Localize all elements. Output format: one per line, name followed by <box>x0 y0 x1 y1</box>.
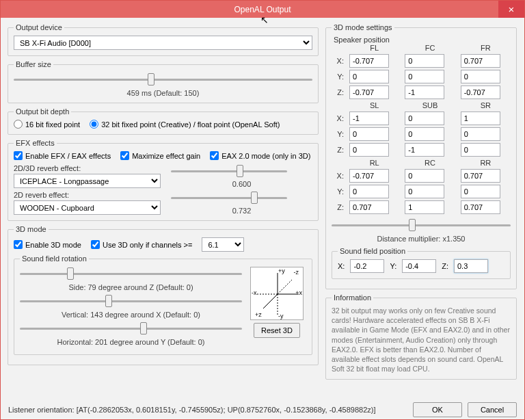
fr-z[interactable] <box>461 86 500 99</box>
svg-line-5 <box>278 280 292 294</box>
buffer-size-label: Buffer size <box>14 60 53 68</box>
buffer-size-group: Buffer size 459 ms (Default: 150) <box>8 60 319 103</box>
sr-y[interactable] <box>461 127 500 141</box>
sub-x[interactable] <box>405 111 444 125</box>
bit-16-radio[interactable]: 16 bit fixed point <box>14 120 80 129</box>
side-caption: Side: 79 degree around Z (Default: 0) <box>20 283 242 291</box>
rr-y[interactable] <box>461 185 500 198</box>
sub-y[interactable] <box>405 127 444 141</box>
speaker-position-label: Speaker position <box>332 36 392 44</box>
buffer-size-slider[interactable] <box>14 73 312 86</box>
rl-y[interactable] <box>349 185 389 198</box>
enable-efx-checkbox[interactable]: Enable EFX / EAX effects <box>14 151 111 160</box>
sound-field-rotation-group: Sound field rotation Side: 79 degree aro… <box>14 254 312 355</box>
bit-depth-label: Output bit depth <box>14 107 71 116</box>
fr-y[interactable] <box>461 70 500 83</box>
listener-orientation-text: Listener orientation: [AT(-0.2862053x, 0… <box>8 406 376 414</box>
rc-x[interactable] <box>405 169 444 183</box>
rr-x[interactable] <box>461 169 500 183</box>
fl-z[interactable] <box>349 86 389 99</box>
rc-y[interactable] <box>405 185 444 198</box>
maximize-gain-checkbox[interactable]: Maximize effect gain <box>120 151 200 160</box>
information-group: Information 32 bit output may works only… <box>325 293 517 380</box>
reverb-2d3d-amount: 0.600 <box>171 180 312 188</box>
eax2-checkbox[interactable]: EAX 2.0 mode (only in 3D) <box>210 151 310 160</box>
fl-y[interactable] <box>349 70 389 83</box>
output-device-label: Output device <box>14 23 64 31</box>
sub-z[interactable] <box>405 143 444 157</box>
speaker-position-group: Speaker position FLFCFR X: Y: Z: SLSUBSR… <box>332 36 511 243</box>
field-y[interactable] <box>402 259 436 273</box>
speaker-grid: FLFCFR X: Y: Z: SLSUBSR X: Y: Z: RLRCRR … <box>332 44 511 214</box>
use-3d-if-checkbox[interactable]: Use 3D only if channels >= <box>91 240 192 249</box>
window-title: OpenAL Output <box>234 5 291 14</box>
reverb-2d-amount: 0.732 <box>171 207 312 215</box>
buffer-size-caption: 459 ms (Default: 150) <box>14 89 312 97</box>
3d-settings-group: 3D mode settings Speaker position FLFCFR… <box>325 23 517 289</box>
distance-caption: Distance multiplier: x1.350 <box>332 235 511 243</box>
cancel-button[interactable]: Cancel <box>468 402 517 417</box>
ok-button[interactable]: OK <box>413 402 462 417</box>
information-label: Information <box>332 293 373 302</box>
reverb-2d-label: 2D reverb effect: <box>14 191 164 199</box>
axes-diagram: +y -y +x -x +z -z <box>250 267 304 320</box>
rl-x[interactable] <box>349 169 389 183</box>
horizontal-caption: Horizontal: 201 degree around Y (Default… <box>20 338 242 346</box>
information-text: 32 bit output may works only on few Crea… <box>332 306 511 373</box>
3d-mode-group: 3D mode Enable 3D mode Use 3D only if ch… <box>8 225 319 365</box>
sl-x[interactable] <box>349 111 389 125</box>
channels-select[interactable]: 6.1 <box>202 237 244 252</box>
output-device-group: Output device SB X-Fi Audio [D000] <box>8 23 319 56</box>
titlebar: OpenAL Output × ↖ <box>1 1 524 18</box>
reverb-2d-select[interactable]: WOODEN - Cupboard <box>14 200 161 215</box>
sl-y[interactable] <box>349 127 389 141</box>
distance-multiplier-slider[interactable] <box>332 218 511 232</box>
sl-z[interactable] <box>349 143 389 157</box>
efx-group: EFX effects Enable EFX / EAX effects Max… <box>8 139 319 221</box>
fc-x[interactable] <box>405 54 444 68</box>
svg-line-4 <box>263 294 278 309</box>
field-z[interactable] <box>454 259 488 273</box>
3d-settings-label: 3D mode settings <box>332 23 394 31</box>
horizontal-slider[interactable] <box>20 321 242 335</box>
vertical-slider[interactable] <box>20 294 242 308</box>
sound-field-position-group: Sound field position X: Y: Z: <box>332 247 511 279</box>
reverb-2d3d-slider[interactable] <box>171 165 287 179</box>
fl-x[interactable] <box>349 54 389 68</box>
rl-z[interactable] <box>349 200 389 214</box>
close-button[interactable]: × <box>498 1 524 18</box>
vertical-caption: Vertical: 143 degree around X (Default: … <box>20 311 242 319</box>
sr-x[interactable] <box>461 111 500 125</box>
bit-32-radio[interactable]: 32 bit fixed point (Creative) / float po… <box>90 120 280 129</box>
reverb-2d3d-label: 2D/3D reverb effect: <box>14 164 164 172</box>
field-position-label: Sound field position <box>338 247 407 255</box>
bit-depth-group: Output bit depth 16 bit fixed point 32 b… <box>8 107 319 135</box>
reverb-2d3d-select[interactable]: ICEPLACE - Longpassage <box>14 174 161 188</box>
fc-y[interactable] <box>405 70 444 83</box>
reverb-2d-slider[interactable] <box>171 192 287 205</box>
side-slider[interactable] <box>20 267 242 280</box>
enable-3d-checkbox[interactable]: Enable 3D mode <box>14 240 81 249</box>
rc-z[interactable] <box>405 200 444 214</box>
sr-z[interactable] <box>461 143 500 157</box>
fr-x[interactable] <box>461 54 500 68</box>
fc-z[interactable] <box>405 86 444 99</box>
rotation-label: Sound field rotation <box>20 254 89 263</box>
rr-z[interactable] <box>461 200 500 214</box>
field-x[interactable] <box>350 259 384 273</box>
output-device-select[interactable]: SB X-Fi Audio [D000] <box>14 36 312 50</box>
3d-mode-label: 3D mode <box>14 225 49 233</box>
reset-3d-button[interactable]: Reset 3D <box>254 323 300 338</box>
efx-label: EFX effects <box>14 139 57 147</box>
